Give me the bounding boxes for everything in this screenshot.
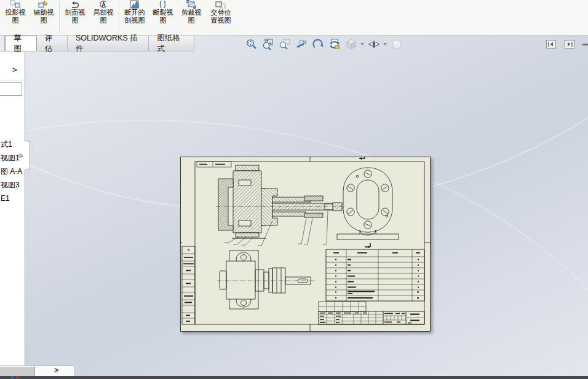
graphics-area[interactable] [0, 36, 588, 376]
window-bottom-edge [0, 376, 588, 379]
command-manager-tabs: 草图 评估 SOLIDWORKS 插件 图纸格式 [0, 36, 194, 52]
drawing-sheet[interactable] [180, 157, 431, 332]
tab-label: 草图 [14, 33, 28, 54]
solidworks-window: 投影视 图 辅助视 图 剖面视 图 局部视 图 [0, 0, 588, 379]
tab-partial[interactable] [0, 36, 5, 51]
sheet-paper [181, 157, 431, 332]
tree-item-5[interactable]: E1 [1, 192, 22, 205]
panel-divider [0, 80, 25, 80]
detail-view-button[interactable]: 局部视 图 [89, 0, 117, 35]
tab-solidworks-addins[interactable]: SOLIDWORKS 插件 [68, 36, 149, 51]
ribbon-separator [59, 1, 60, 33]
break-view-icon [157, 0, 169, 9]
display-style-icon[interactable] [344, 37, 358, 51]
taskbar-pixel [11, 377, 14, 378]
alternate-position-view-button[interactable]: 交替位 置视图 [205, 0, 236, 35]
button-label: 图 [100, 17, 107, 25]
zoom-to-fit-icon[interactable] [245, 37, 258, 51]
alternate-position-view-icon [215, 0, 226, 9]
tab-sketch[interactable]: 草图 [5, 36, 36, 51]
break-view-button[interactable]: 断裂视 图 [149, 0, 177, 35]
hide-show-dropdown-caret[interactable] [383, 43, 387, 45]
zoom-to-area-icon[interactable] [261, 37, 275, 51]
feature-manager-panel: > 式1 视图1 图 A-A 视图3 E1 [0, 52, 25, 365]
button-label: 交替位 [211, 9, 231, 17]
button-label: 图 [12, 17, 19, 25]
section-view-icon [70, 0, 81, 9]
button-label: 剖面视 [65, 9, 85, 17]
button-label: 图 [41, 17, 47, 25]
feature-tree: 式1 视图1 图 A-A 视图3 E1 [1, 138, 22, 205]
crop-view-button[interactable]: 剪裁视 图 [177, 0, 205, 35]
tab-label: SOLIDWORKS 插件 [76, 33, 140, 54]
auxiliary-view-icon [38, 0, 49, 9]
button-label: 图 [160, 17, 167, 25]
tab-label: 图纸格式 [157, 33, 186, 54]
ribbon-separator [119, 1, 119, 33]
edit-appearance-icon[interactable] [390, 37, 403, 51]
tab-label: 评估 [45, 33, 59, 54]
button-label: 剖视图 [125, 17, 145, 25]
rotate-view-icon[interactable] [311, 37, 325, 51]
3d-drawing-view-icon[interactable] [328, 37, 341, 51]
button-label: 图 [72, 17, 79, 25]
button-label: 置视图 [211, 17, 231, 25]
doc-window-buttons [546, 40, 574, 49]
button-label: 辅助视 [34, 9, 54, 17]
broken-out-section-icon [129, 0, 140, 9]
display-style-dropdown-caret[interactable] [360, 43, 364, 45]
hide-show-items-icon[interactable] [367, 37, 381, 51]
sheet-tab-strip: > [0, 365, 75, 376]
panel-splitter-dot [18, 154, 23, 158]
minimize-icon[interactable] [582, 44, 588, 45]
tree-item-drawing-view3[interactable]: 视图3 [1, 178, 22, 192]
tree-item-sheet-format[interactable]: 式1 [1, 138, 22, 151]
previous-view-icon[interactable] [295, 37, 308, 51]
projected-view-button[interactable]: 投影视 图 [1, 0, 30, 35]
collapse-left-pane-icon[interactable] [546, 40, 556, 49]
crop-view-icon [186, 0, 197, 9]
magnifying-glass-icon[interactable] [278, 37, 292, 51]
flyout-expand-icon[interactable]: > [12, 65, 17, 74]
command-manager-ribbon: 投影视 图 辅助视 图 剖面视 图 局部视 图 [0, 0, 588, 36]
sheet-tab[interactable] [0, 367, 35, 376]
button-label: 投影视 [6, 9, 26, 17]
section-view-button[interactable]: 剖面视 图 [61, 0, 89, 35]
heads-up-toolbar [245, 37, 403, 51]
button-label: 局部视 [93, 9, 114, 17]
tree-item-section-view-a-a[interactable]: 图 A-A [1, 165, 22, 178]
collapse-right-pane-icon[interactable] [565, 40, 574, 49]
panel-splitter-tab[interactable] [25, 141, 30, 170]
tab-sheet-format[interactable]: 图纸格式 [149, 36, 194, 51]
button-label: 断裂视 [153, 9, 173, 17]
button-label: 图 [188, 17, 195, 25]
button-label: 剪裁视 [181, 9, 202, 17]
feature-tree-filter-input[interactable] [0, 82, 22, 96]
projected-view-icon [10, 0, 21, 9]
tab-evaluate[interactable]: 评估 [37, 36, 68, 51]
broken-out-section-button[interactable]: 断开的 剖视图 [121, 0, 149, 35]
button-label: 断开的 [125, 9, 145, 17]
tree-item-drawing-view1[interactable]: 视图1 [1, 151, 22, 165]
detail-view-icon [98, 0, 109, 9]
sheet-tab-scroll-icon[interactable]: > [54, 366, 58, 375]
auxiliary-view-button[interactable]: 辅助视 图 [30, 0, 58, 35]
taskbar-pixel [16, 377, 19, 378]
